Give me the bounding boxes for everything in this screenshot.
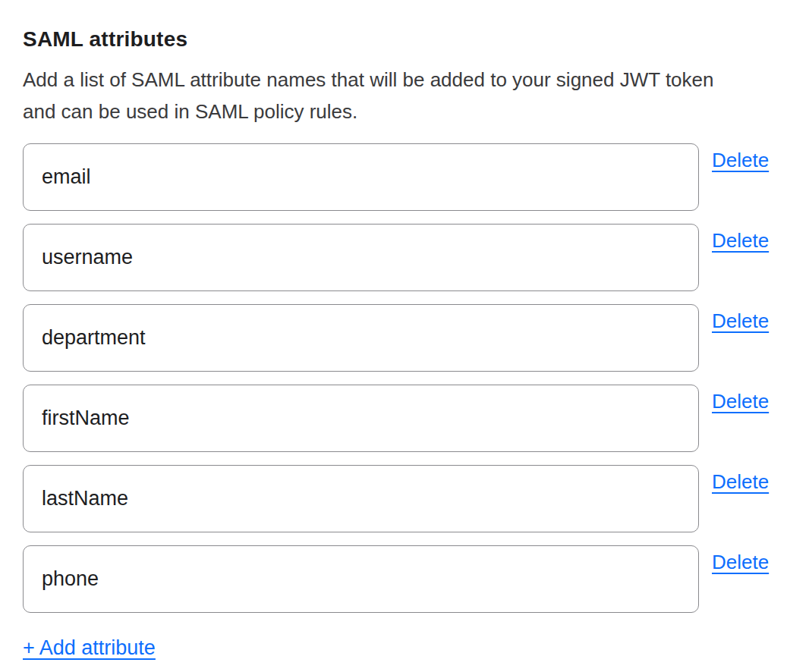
attribute-input-email[interactable]: [23, 143, 699, 211]
attribute-row: Delete: [23, 545, 809, 613]
attribute-list: Delete Delete Delete Delete Delete Delet…: [23, 143, 809, 613]
delete-link[interactable]: Delete: [712, 389, 769, 413]
delete-link[interactable]: Delete: [712, 228, 769, 253]
attribute-row: Delete: [23, 304, 809, 372]
attribute-row: Delete: [23, 224, 809, 291]
attribute-row: Delete: [23, 385, 809, 452]
section-description: Add a list of SAML attribute names that …: [23, 64, 797, 127]
attribute-row: Delete: [23, 143, 809, 211]
attribute-input-phone[interactable]: [23, 545, 699, 613]
section-description-line2: and can be used in SAML policy rules.: [23, 96, 797, 127]
attribute-input-lastname[interactable]: [23, 465, 699, 532]
attribute-input-username[interactable]: [23, 224, 699, 291]
delete-link[interactable]: Delete: [712, 148, 769, 172]
attribute-row: Delete: [23, 465, 809, 532]
attribute-input-firstname[interactable]: [23, 385, 699, 452]
saml-attributes-section: SAML attributes Add a list of SAML attri…: [0, 0, 809, 672]
section-description-line1: Add a list of SAML attribute names that …: [23, 64, 797, 96]
delete-link[interactable]: Delete: [712, 550, 769, 574]
add-attribute-link[interactable]: + Add attribute: [23, 636, 156, 660]
delete-link[interactable]: Delete: [712, 309, 769, 333]
section-title: SAML attributes: [23, 27, 809, 52]
delete-link[interactable]: Delete: [712, 469, 769, 494]
attribute-input-department[interactable]: [23, 304, 699, 372]
